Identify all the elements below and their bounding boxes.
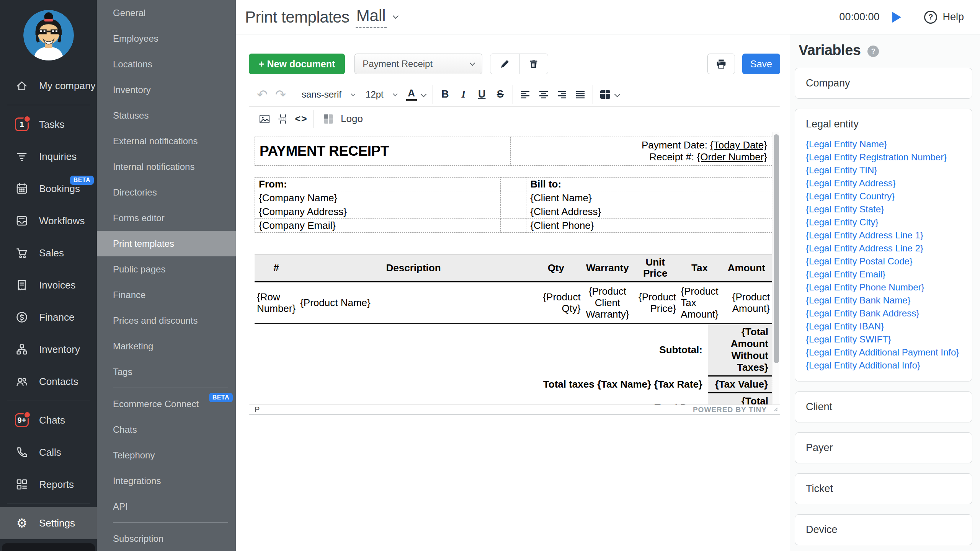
print-button[interactable] <box>707 54 735 74</box>
variable-link[interactable]: {Legal Entity Phone Number} <box>806 281 924 294</box>
undo-button[interactable]: ↶ <box>253 85 271 104</box>
settings-item-ecommerce-connect[interactable]: BETA Ecommerce Connect <box>97 391 236 417</box>
align-justify-button[interactable] <box>571 85 590 104</box>
variables-group-legal-entity[interactable]: Legal entity {Legal Entity Name} {Legal … <box>795 109 972 381</box>
settings-item-telephony[interactable]: Telephony <box>97 442 236 468</box>
settings-item-integrations[interactable]: Integrations <box>97 468 236 494</box>
location-selector[interactable]: Mall <box>356 7 398 28</box>
underline-button[interactable]: U <box>473 85 491 104</box>
sidebar-item-reports[interactable]: Reports <box>0 468 97 500</box>
settings-item-prices-discounts[interactable]: Prices and discounts <box>97 308 236 333</box>
sidebar-item-inquiries[interactable]: Inquiries <box>0 140 97 173</box>
source-code-button[interactable]: <> <box>292 110 310 128</box>
editor-scrollbar-track[interactable] <box>772 132 780 404</box>
sidebar-item-calls[interactable]: Calls <box>0 436 97 468</box>
variable-link[interactable]: {Legal Entity Additional Payment Info} <box>806 346 959 359</box>
settings-item-general[interactable]: General <box>97 0 236 26</box>
variable-link[interactable]: {Legal Entity Bank Address} <box>806 307 919 320</box>
sidebar-item-sales[interactable]: Sales <box>0 237 97 269</box>
insert-image-button[interactable] <box>255 110 274 128</box>
sidebar-item-label: Workflows <box>39 215 85 227</box>
settings-item-inventory[interactable]: Inventory <box>97 77 236 103</box>
italic-button[interactable]: I <box>454 85 473 104</box>
variable-link[interactable]: {Legal Entity City} <box>806 216 878 229</box>
save-button[interactable]: Save <box>742 54 780 74</box>
align-left-button[interactable] <box>516 85 534 104</box>
element-path[interactable]: P <box>255 405 260 414</box>
sidebar-item-bookings[interactable]: BETA Bookings <box>0 173 97 205</box>
variables-help-icon[interactable]: ? <box>867 46 879 57</box>
sidebar-item-finance[interactable]: Finance <box>0 301 97 333</box>
chevron-down-icon <box>470 60 475 66</box>
font-size-select[interactable]: 12pt <box>360 85 402 104</box>
settings-item-tags[interactable]: Tags <box>97 359 236 385</box>
variables-group-company[interactable]: Company <box>795 68 972 99</box>
settings-item-public-pages[interactable]: Public pages <box>97 256 236 282</box>
settings-item-forms-editor[interactable]: Forms editor <box>97 205 236 231</box>
avatar[interactable] <box>23 10 74 60</box>
sidebar-item-contacts[interactable]: Contacts <box>0 365 97 398</box>
variable-link[interactable]: {Legal Entity Address} <box>806 177 896 190</box>
settings-item-api[interactable]: API <box>97 494 236 519</box>
print-template-document[interactable]: PAYMENT RECEIPT Payment Date: {Today Dat… <box>255 137 772 404</box>
insert-logo-button[interactable]: Logo <box>317 110 368 128</box>
align-right-button[interactable] <box>553 85 571 104</box>
settings-item-marketing[interactable]: Marketing <box>97 333 236 359</box>
template-select[interactable]: Payment Receipt <box>354 54 482 74</box>
sidebar-item-my-company[interactable]: My company <box>0 70 97 102</box>
strikethrough-button[interactable]: S <box>491 85 510 104</box>
variable-link[interactable]: {Legal Entity TIN} <box>806 164 877 177</box>
variable-link[interactable]: {Legal Entity Registration Number} <box>806 151 947 164</box>
settings-item-statuses[interactable]: Statuses <box>97 103 236 128</box>
powered-by-tiny-link[interactable]: POWERED BY TINY <box>693 406 767 414</box>
settings-item-chats[interactable]: Chats <box>97 417 236 442</box>
sidebar-item-chats[interactable]: 9+ Chats <box>0 404 97 436</box>
settings-item-employees[interactable]: Employees <box>97 26 236 51</box>
delete-template-button[interactable] <box>519 54 548 74</box>
sidebar-item-settings[interactable]: ⚙ Settings <box>0 507 97 539</box>
variable-link[interactable]: {Legal Entity Name} <box>806 138 887 151</box>
help-button[interactable]: ? Help <box>924 11 964 24</box>
editor-content-area[interactable]: PAYMENT RECEIPT Payment Date: {Today Dat… <box>249 131 780 404</box>
variable-link[interactable]: {Legal Entity Additional Info} <box>806 359 920 372</box>
variables-group-device[interactable]: Device <box>795 514 972 545</box>
sidebar-item-inventory[interactable]: Inventory <box>0 333 97 365</box>
variable-link[interactable]: {Legal Entity SWIFT} <box>806 333 891 346</box>
new-document-button[interactable]: + New document <box>249 54 345 74</box>
timer-play-button[interactable] <box>892 12 901 23</box>
editor-resize-handle[interactable] <box>772 406 778 413</box>
settings-item-finance[interactable]: Finance <box>97 282 236 308</box>
variable-link[interactable]: {Legal Entity State} <box>806 203 884 216</box>
settings-item-print-templates[interactable]: Print templates <box>97 231 236 256</box>
settings-item-locations[interactable]: Locations <box>97 51 236 77</box>
page-break-button[interactable] <box>274 110 292 128</box>
variable-link[interactable]: {Legal Entity IBAN} <box>806 320 884 333</box>
settings-item-directories[interactable]: Directories <box>97 179 236 205</box>
redo-button[interactable]: ↷ <box>271 85 290 104</box>
variable-link[interactable]: {Legal Entity Postal Code} <box>806 255 913 268</box>
sidebar-item-invoices[interactable]: Invoices <box>0 269 97 301</box>
sidebar-item-workflows[interactable]: Workflows <box>0 205 97 237</box>
align-center-button[interactable] <box>534 85 553 104</box>
editor-scrollbar-thumb[interactable] <box>774 134 779 363</box>
variables-group-payer[interactable]: Payer <box>795 432 972 463</box>
variable-link[interactable]: {Legal Entity Email} <box>806 268 885 281</box>
undo-icon: ↶ <box>257 88 268 101</box>
font-family-select[interactable]: sans-serif <box>296 85 360 104</box>
variable-link[interactable]: {Legal Entity Address Line 2} <box>806 242 923 255</box>
sidebar-item-tasks[interactable]: 1 Tasks <box>0 108 97 140</box>
variables-group-ticket[interactable]: Ticket <box>795 473 972 504</box>
variables-group-client[interactable]: Client <box>795 391 972 422</box>
table-button[interactable] <box>596 85 614 104</box>
sidebar-footer-partial <box>2 543 95 551</box>
edit-template-button[interactable] <box>490 54 519 74</box>
variable-link[interactable]: {Legal Entity Bank Name} <box>806 294 911 307</box>
settings-item-external-notifications[interactable]: External notifications <box>97 128 236 154</box>
bold-button[interactable]: B <box>436 85 454 104</box>
main-area: Print templates Mall 00:00:00 ? Help <box>236 0 980 551</box>
text-color-button[interactable]: A <box>402 85 421 104</box>
settings-item-subscription[interactable]: Subscription <box>97 526 236 551</box>
variable-link[interactable]: {Legal Entity Country} <box>806 190 895 203</box>
variable-link[interactable]: {Legal Entity Address Line 1} <box>806 229 923 242</box>
settings-item-internal-notifications[interactable]: Internal notifications <box>97 154 236 179</box>
